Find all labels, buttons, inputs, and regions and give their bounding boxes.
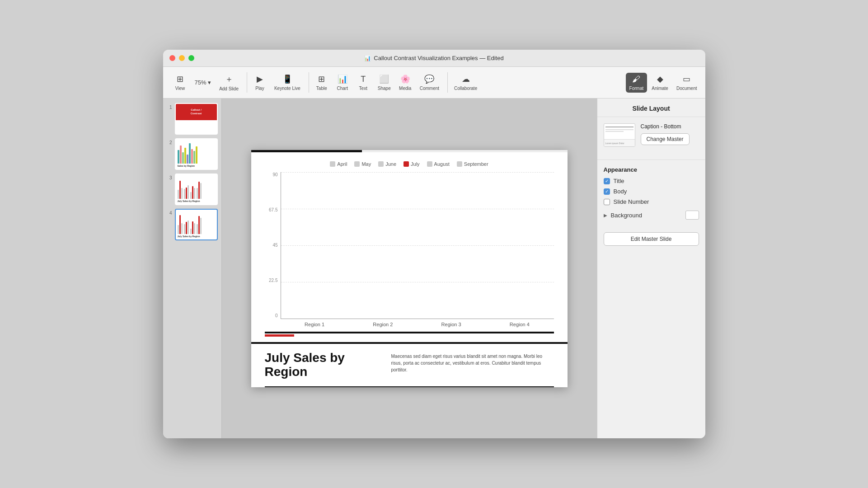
title-checkbox-label: Title [614,178,624,184]
slide-number-checkbox[interactable] [604,199,610,205]
y-label-0: 0 [275,313,278,318]
collaborate-icon: ☁ [462,74,470,84]
y-label-67: 67.5 [269,207,277,212]
legend-label-august: August [434,161,450,167]
slide1-bottom [176,120,217,134]
legend-april: April [330,161,347,167]
slide-thumb-3[interactable]: 3 [167,174,218,205]
slide-thumb-2[interactable]: 2 Sales [167,138,218,170]
layout-info: Caption - Bottom Change Master [641,123,690,145]
collaborate-group: ☁ Collaborate [447,72,483,93]
chart-plot: Region 1 Region 2 Region 3 Region 4 [281,172,554,327]
appearance-section: Appearance ✓ Title ✓ Body Slide Number ▶… [597,160,705,226]
slide-canvas[interactable]: April May June [251,150,568,387]
slide-progress-fill [251,150,362,152]
x-label-region2: Region 2 [349,322,417,327]
slide-thumb-4[interactable]: 4 [167,209,218,240]
comment-label: Comment [420,86,439,91]
body-checkbox[interactable]: ✓ [604,188,610,195]
keynote-live-button[interactable]: 📱 Keynote Live [271,72,304,93]
legend-swatch-july [404,161,409,167]
minimize-button[interactable] [179,55,185,61]
x-label-region1: Region 1 [281,322,349,327]
legend-swatch-may [354,161,360,167]
media-icon: 🌸 [400,74,410,84]
collaborate-label: Collaborate [454,86,477,91]
traffic-lights [169,55,194,61]
shape-button[interactable]: ⬜ Shape [374,72,394,93]
body-checkbox-row: ✓ Body [604,188,699,195]
grid-line-25 [281,209,554,209]
view-group: ⊞ View 75% ▾ 75% ＋ Add Slide [168,72,245,93]
fullscreen-button[interactable] [188,55,194,61]
format-icon: 🖌 [632,75,640,84]
caption-wrapper [251,332,568,342]
comment-button[interactable]: 💬 Comment [416,72,443,93]
slide-number-4: 4 [167,209,172,216]
change-master-button[interactable]: Change Master [641,133,690,145]
view-button[interactable]: ⊞ View [170,72,190,93]
title-text: Callout Contrast Visualization Examples … [374,55,503,61]
play-button[interactable]: ▶ Play [250,72,270,93]
y-label-45: 45 [272,243,277,248]
slide3-label: July Sales by Region [178,200,215,202]
caption-top-line [265,332,554,333]
x-label-region3: Region 3 [417,322,485,327]
x-label-region4: Region 4 [485,322,554,327]
legend-label-april: April [337,161,347,167]
y-label-22: 22.5 [269,278,277,283]
close-button[interactable] [169,55,175,61]
slide1-title: Callout /Contrast [191,108,202,116]
document-button[interactable]: ▭ Document [673,72,701,93]
slide2-label: Sales by Region [178,164,215,167]
grid-line-0 [281,172,554,173]
y-axis: 90 67.5 45 22.5 0 [265,172,281,327]
view-label: View [175,86,185,91]
animate-icon: ◆ [657,74,663,84]
legend-swatch-june [378,161,384,167]
window-title: 📊 Callout Contrast Visualization Example… [364,55,503,61]
slide-bottom-line [265,386,554,387]
grid-line-75 [281,282,554,282]
play-group: ▶ Play 📱 Keynote Live [247,72,307,93]
slide4-label: July Sales by Region [178,235,215,238]
slide-number-2: 2 [167,138,172,145]
title-checkbox[interactable]: ✓ [604,178,610,184]
format-button[interactable]: 🖌 Format [626,73,647,93]
collaborate-button[interactable]: ☁ Collaborate [450,72,481,93]
play-icon: ▶ [257,74,263,84]
toolbar-right: 🖌 Format ◆ Animate ▭ Document [626,72,701,93]
legend-september: September [457,161,488,167]
shape-icon: ⬜ [379,74,389,84]
insert-group: ⊞ Table 📊 Chart T Text ⬜ Shape 🌸 Media 💬 [309,72,446,93]
slide-thumb-1[interactable]: 1 Callout /Contrast [167,103,218,135]
legend-label-september: September [464,161,488,167]
y-label-90: 90 [272,172,277,177]
slide-number-3: 3 [167,174,172,180]
legend-june: June [378,161,396,167]
zoom-button[interactable]: 75% ▾ 75% [191,77,215,88]
background-swatch[interactable] [685,211,699,220]
layout-thumb-caption-text: Lorem ipsum Dolor [605,142,624,145]
layout-thumbnail[interactable]: Lorem ipsum Dolor [604,123,635,147]
body-checkbox-label: Body [614,188,627,195]
main-area: 1 Callout /Contrast 2 [163,99,705,438]
slide-image-3: July Sales by Region [175,174,218,205]
slide-number-checkbox-label: Slide Number [614,198,649,205]
caption-section: July Sales by Region Maecenas sed diam e… [251,342,568,386]
chart-bars-area [281,172,554,319]
background-label: Background [611,212,682,219]
title-checkbox-row: ✓ Title [604,178,699,184]
edit-master-button[interactable]: Edit Master Slide [604,232,699,246]
legend-may: May [354,161,371,167]
chart-button[interactable]: 📊 Chart [333,72,352,93]
canvas-area: April May June [222,99,597,438]
chart-body: 90 67.5 45 22.5 0 [265,172,554,327]
table-button[interactable]: ⊞ Table [312,72,332,93]
zoom-icon: 75% ▾ [195,79,211,86]
media-button[interactable]: 🌸 Media [395,72,415,93]
animate-button[interactable]: ◆ Animate [648,72,672,93]
text-button[interactable]: T Text [353,73,373,93]
document-btn-label: Document [676,86,697,91]
add-slide-button[interactable]: ＋ Add Slide [216,72,242,93]
